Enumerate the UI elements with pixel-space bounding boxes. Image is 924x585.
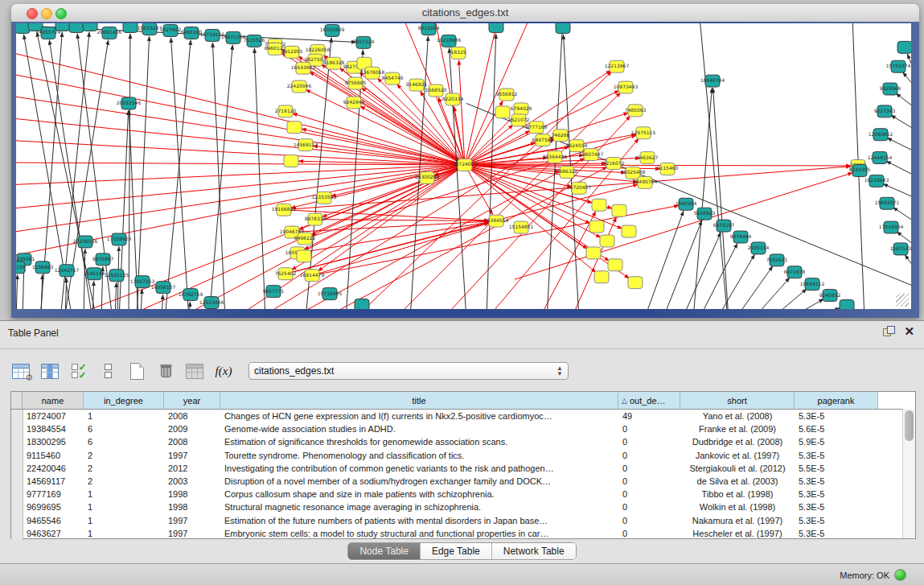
table-row[interactable]: 946554611997Estimation of the future num… <box>11 514 915 527</box>
tab-network-table[interactable]: Network Table <box>492 543 576 559</box>
cell-short[interactable]: Hescheler et al. (1997) <box>680 529 795 538</box>
cell-out-de-[interactable]: 0 <box>618 529 680 538</box>
cell-year[interactable]: 1997 <box>164 529 220 538</box>
cell-short[interactable]: Tibbo et al. (1998) <box>680 489 795 499</box>
cell-pagerank[interactable]: 5.3E-5 <box>795 451 878 460</box>
column-header-short[interactable]: short <box>680 392 795 409</box>
cell-in-degree[interactable]: 6 <box>84 424 164 434</box>
cell-year[interactable]: 2008 <box>164 411 220 421</box>
network-node[interactable] <box>69 23 84 32</box>
table-row[interactable]: 946362711997Embryonic stem cells: a mode… <box>11 527 915 540</box>
tab-node-table[interactable]: Node Table <box>348 543 421 559</box>
cell-short[interactable]: Stergiakouli et al. (2012) <box>680 463 795 473</box>
cell-name[interactable]: 9777169 <box>23 489 84 499</box>
network-node[interactable] <box>840 300 854 309</box>
network-node[interactable] <box>594 271 609 283</box>
table-selector-dropdown[interactable]: citations_edges.txt ▲▼ <box>248 362 569 380</box>
close-panel-icon[interactable]: ✕ <box>904 326 914 336</box>
cell-pagerank[interactable]: 5.6E-5 <box>795 424 878 434</box>
network-graph[interactable]: 1405572420691406106532471527602646616010… <box>16 23 911 309</box>
cell-year[interactable]: 1998 <box>164 489 220 499</box>
cell-title[interactable]: Structural magnetic resonance image aver… <box>220 502 618 512</box>
cell-title[interactable]: Embryonic stem cells: a model to study s… <box>220 529 618 538</box>
cell-out-de-[interactable]: 0 <box>618 502 680 512</box>
cell-title[interactable]: Estimation of significance thresholds fo… <box>220 437 618 447</box>
cell-pagerank[interactable]: 5.3E-5 <box>795 411 878 421</box>
cell-out-de-[interactable]: 0 <box>618 489 680 499</box>
cell-in-degree[interactable]: 1 <box>84 502 164 512</box>
row-height-icon[interactable] <box>97 360 118 381</box>
network-node[interactable] <box>589 220 604 233</box>
cell-year[interactable]: 2008 <box>164 437 220 447</box>
network-node[interactable] <box>83 23 97 31</box>
cell-title[interactable]: Tourette syndrome. Phenomenology and cla… <box>220 451 618 460</box>
table-row[interactable]: 1872400712008Changes of HCN gene express… <box>11 410 915 422</box>
cell-short[interactable]: Jankovic et al. (1997) <box>680 451 795 460</box>
cell-year[interactable]: 2009 <box>164 424 220 434</box>
network-node[interactable] <box>608 259 622 271</box>
network-canvas[interactable]: 1405572420691406106532471527602646616010… <box>16 23 911 309</box>
cell-out-de-[interactable]: 0 <box>618 424 680 434</box>
cell-year[interactable]: 1997 <box>164 451 220 460</box>
network-node[interactable] <box>123 23 138 32</box>
cell-out-de-[interactable]: 0 <box>618 437 680 447</box>
cell-year[interactable]: 1997 <box>164 516 220 525</box>
cell-short[interactable]: de Silva et al. (2003) <box>680 476 795 486</box>
cell-short[interactable]: Nakamura et al. (1997) <box>680 516 795 525</box>
show-columns-icon[interactable] <box>39 360 60 381</box>
cell-in-degree[interactable]: 6 <box>84 437 164 447</box>
cell-title[interactable]: Corpus callosum shape and size in male p… <box>220 489 618 499</box>
cell-short[interactable]: Dudbridge et al. (2008) <box>680 437 795 447</box>
cell-pagerank[interactable]: 5.5E-5 <box>795 463 878 473</box>
column-header-pagerank[interactable]: pagerank <box>795 392 878 409</box>
cell-in-degree[interactable]: 2 <box>84 476 164 486</box>
table-row[interactable]: 977716911998Corpus callosum shape and si… <box>11 488 915 501</box>
cell-name[interactable]: 18300295 <box>23 437 84 447</box>
table-row[interactable]: 1830029562008Estimation of significance … <box>11 435 915 448</box>
tab-edge-table[interactable]: Edge Table <box>421 543 492 559</box>
cell-pagerank[interactable]: 5.9E-5 <box>795 437 878 447</box>
select-rows-icon[interactable]: ✓ ✓ <box>68 360 89 381</box>
cell-name[interactable]: 18724007 <box>23 411 84 421</box>
cell-out-de-[interactable]: 0 <box>618 476 680 486</box>
cell-out-de-[interactable]: 0 <box>618 463 680 473</box>
cell-out-de-[interactable]: 49 <box>618 411 680 421</box>
column-header-year[interactable]: year <box>164 392 220 409</box>
cell-title[interactable]: Disruption of a novel member of a sodium… <box>220 476 618 486</box>
cell-title[interactable]: Changes of HCN gene expression and I(f) … <box>220 411 618 421</box>
cell-year[interactable]: 2003 <box>164 476 220 486</box>
cell-name[interactable]: 9465546 <box>23 516 84 525</box>
delete-icon[interactable] <box>155 360 176 381</box>
network-node[interactable] <box>628 277 643 289</box>
network-node[interactable] <box>897 41 911 53</box>
network-node[interactable] <box>284 155 298 167</box>
table-row[interactable]: 969969511998Structural magnetic resonanc… <box>11 501 915 513</box>
network-node[interactable] <box>556 23 570 33</box>
cell-short[interactable]: Franke et al. (2009) <box>680 424 795 434</box>
cell-pagerank[interactable]: 5.3E-5 <box>795 489 878 499</box>
column-header-out-de-[interactable]: △out_de… <box>618 392 680 409</box>
cell-out-de-[interactable]: 0 <box>618 451 680 460</box>
cell-out-de-[interactable]: 0 <box>618 516 680 525</box>
cell-year[interactable]: 2012 <box>164 463 220 473</box>
cell-in-degree[interactable]: 1 <box>84 489 164 499</box>
cell-pagerank[interactable]: 5.3E-5 <box>795 502 878 512</box>
memory-status-icon[interactable] <box>894 569 906 581</box>
table-row[interactable]: 2242004622012Investigating the contribut… <box>11 462 915 475</box>
cell-short[interactable]: Wolkin et al. (1998) <box>680 502 795 512</box>
cell-pagerank[interactable]: 5.3E-5 <box>795 516 878 525</box>
cell-in-degree[interactable]: 2 <box>84 463 164 473</box>
network-node[interactable] <box>297 250 311 262</box>
vertical-scrollbar[interactable] <box>902 409 915 538</box>
cell-name[interactable]: 19384554 <box>23 424 84 434</box>
cell-title[interactable]: Investigating the contribution of common… <box>220 463 618 473</box>
cell-year[interactable]: 1998 <box>164 502 220 512</box>
column-header-in-degree[interactable]: in_degree <box>84 392 164 409</box>
network-node[interactable] <box>287 122 302 134</box>
table-row[interactable]: 1938455462009Genome-wide association stu… <box>11 422 915 435</box>
network-node[interactable] <box>355 299 369 309</box>
network-node[interactable] <box>592 199 606 211</box>
cell-title[interactable]: Genome-wide association studies in ADHD. <box>220 424 618 434</box>
network-node[interactable] <box>586 247 601 259</box>
network-node[interactable] <box>55 23 70 31</box>
